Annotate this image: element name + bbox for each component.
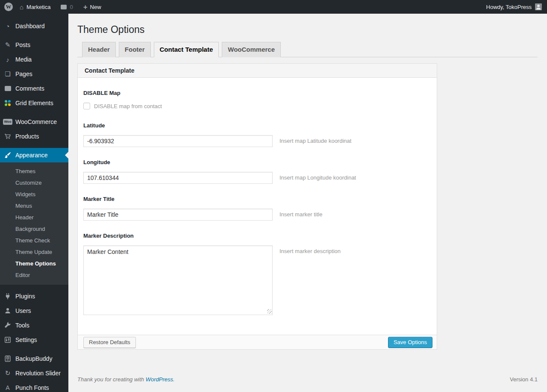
field-label: Longitude xyxy=(83,159,430,165)
appearance-submenu: Themes Customize Widgets Menus Header Ba… xyxy=(0,162,68,285)
field-label: Latitude xyxy=(83,122,430,129)
dashboard-icon: ◔ xyxy=(3,23,12,30)
save-options-button[interactable]: Save Options xyxy=(388,337,432,348)
marker-title-input[interactable] xyxy=(83,209,273,221)
submenu-item-menus[interactable]: Menus xyxy=(0,200,68,212)
grid-elements-icon xyxy=(3,100,12,106)
backup-disk-icon xyxy=(3,355,12,362)
thanks-suffix: . xyxy=(173,376,175,383)
admin-sidebar: ◔ Dashboard ✎ Posts ♪ Media ❏ Pages Comm… xyxy=(0,14,68,392)
sidebar-item-label: Punch Fonts xyxy=(15,384,49,391)
sidebar-item-posts[interactable]: ✎ Posts xyxy=(0,38,68,52)
sliders-icon xyxy=(3,336,12,343)
new-menu-link[interactable]: New xyxy=(90,4,101,10)
wrench-icon xyxy=(3,322,12,329)
sidebar-item-tools[interactable]: Tools xyxy=(0,318,68,333)
panel-footer: Restore Defaults Save Options xyxy=(78,335,437,349)
wordpress-logo-icon[interactable]: W xyxy=(4,3,13,11)
sidebar-item-label: Revolution Slider xyxy=(15,370,61,377)
sidebar-item-punch-fonts[interactable]: A Punch Fonts xyxy=(0,380,68,392)
sidebar-item-plugins[interactable]: Plugins xyxy=(0,289,68,304)
sidebar-item-label: Appearance xyxy=(15,152,48,159)
submenu-item-theme-options[interactable]: Theme Options xyxy=(0,258,68,269)
site-name-link[interactable]: Marketica xyxy=(26,4,50,10)
sidebar-item-woocommerce[interactable]: Woo WooCommerce xyxy=(0,115,68,129)
longitude-field: Longitude Insert map Longitude koordinat xyxy=(83,159,430,184)
sidebar-item-backupbuddy[interactable]: BackupBuddy xyxy=(0,351,68,366)
latitude-input[interactable] xyxy=(83,135,273,147)
tab-bar: Header Footer Contact Template WooCommer… xyxy=(77,42,538,57)
sidebar-item-label: Posts xyxy=(15,41,30,48)
comments-bubble-icon[interactable] xyxy=(61,5,67,9)
sidebar-item-label: Settings xyxy=(15,336,37,343)
media-icon: ♪ xyxy=(3,56,12,63)
sidebar-item-label: Grid Elements xyxy=(15,100,53,106)
user-icon xyxy=(3,307,12,314)
submenu-item-widgets[interactable]: Widgets xyxy=(0,189,68,200)
submenu-item-theme-check[interactable]: Theme Check xyxy=(0,235,68,246)
restore-defaults-button[interactable]: Restore Defaults xyxy=(83,337,136,348)
sidebar-item-label: Comments xyxy=(15,85,44,92)
sidebar-item-label: Users xyxy=(15,307,31,314)
marker-description-field: Marker Description Marker Content Insert… xyxy=(83,233,430,315)
field-hint: Insert map Longitude koordinat xyxy=(279,172,356,181)
submenu-item-customize[interactable]: Customize xyxy=(0,177,68,189)
comments-icon xyxy=(3,86,12,91)
sidebar-item-label: Plugins xyxy=(15,293,35,300)
field-hint: Insert map Latitude koordinat xyxy=(279,135,351,144)
tab-contact-template[interactable]: Contact Template xyxy=(154,42,219,57)
submenu-item-background[interactable]: Background xyxy=(0,223,68,235)
sidebar-item-products[interactable]: Products xyxy=(0,129,68,144)
pages-icon: ❏ xyxy=(3,70,12,78)
submenu-item-header[interactable]: Header xyxy=(0,212,68,223)
field-label: Marker Title xyxy=(83,196,430,202)
admin-bar: W ⌂ Marketica 0 + New Howdy, TokoPress xyxy=(0,0,547,14)
field-hint: Insert marker description xyxy=(279,245,341,254)
letter-a-icon: A xyxy=(3,384,12,391)
sidebar-item-label: Dashboard xyxy=(15,23,45,29)
sidebar-item-users[interactable]: Users xyxy=(0,304,68,318)
submenu-item-editor[interactable]: Editor xyxy=(0,269,68,281)
woocommerce-icon: Woo xyxy=(3,119,12,125)
cart-icon xyxy=(3,133,12,140)
plugin-icon xyxy=(3,293,12,300)
sidebar-item-label: Tools xyxy=(15,322,29,329)
panel-title: Contact Template xyxy=(78,64,437,78)
footer-thanks-text: Thank you for creating with WordPress. xyxy=(77,376,175,383)
sidebar-item-revolution-slider[interactable]: ↻ Revolution Slider xyxy=(0,366,68,380)
sidebar-item-label: BackupBuddy xyxy=(15,355,52,362)
submenu-item-theme-update[interactable]: Theme Update xyxy=(0,246,68,258)
version-text: Version 4.1 xyxy=(510,376,538,383)
sidebar-item-settings[interactable]: Settings xyxy=(0,333,68,347)
sidebar-item-label: Pages xyxy=(15,71,32,77)
comment-count[interactable]: 0 xyxy=(70,4,73,10)
howdy-user-link[interactable]: Howdy, TokoPress xyxy=(486,4,532,10)
paintbrush-icon xyxy=(3,152,12,159)
sidebar-item-label: Media xyxy=(15,56,32,63)
tab-header[interactable]: Header xyxy=(82,42,116,57)
tab-footer[interactable]: Footer xyxy=(119,42,151,57)
home-icon[interactable]: ⌂ xyxy=(20,3,24,11)
field-hint: Insert marker title xyxy=(279,209,322,218)
checkbox-label[interactable]: DISABLE map from contact xyxy=(94,103,162,109)
thanks-prefix: Thank you for creating with xyxy=(77,376,146,383)
sidebar-item-grid-elements[interactable]: Grid Elements xyxy=(0,96,68,110)
options-panel: Contact Template DISABLE Map DISABLE map… xyxy=(77,63,437,350)
latitude-field: Latitude Insert map Latitude koordinat xyxy=(83,122,430,147)
page-title: Theme Options xyxy=(77,23,538,38)
sidebar-item-appearance[interactable]: Appearance xyxy=(0,148,68,162)
tab-woocommerce[interactable]: WooCommerce xyxy=(222,42,281,57)
user-avatar[interactable] xyxy=(535,3,542,10)
field-label: Marker Description xyxy=(83,233,430,239)
sidebar-item-comments[interactable]: Comments xyxy=(0,81,68,96)
longitude-input[interactable] xyxy=(83,172,273,184)
marker-description-textarea[interactable]: Marker Content xyxy=(83,245,273,315)
sidebar-item-pages[interactable]: ❏ Pages xyxy=(0,67,68,81)
disable-map-checkbox[interactable] xyxy=(83,103,90,109)
sidebar-item-dashboard[interactable]: ◔ Dashboard xyxy=(0,19,68,33)
wordpress-link[interactable]: WordPress xyxy=(146,376,173,383)
sidebar-item-media[interactable]: ♪ Media xyxy=(0,52,68,67)
submenu-item-themes[interactable]: Themes xyxy=(0,165,68,177)
sidebar-item-label: WooCommerce xyxy=(15,118,57,125)
plus-icon[interactable]: + xyxy=(83,3,88,11)
